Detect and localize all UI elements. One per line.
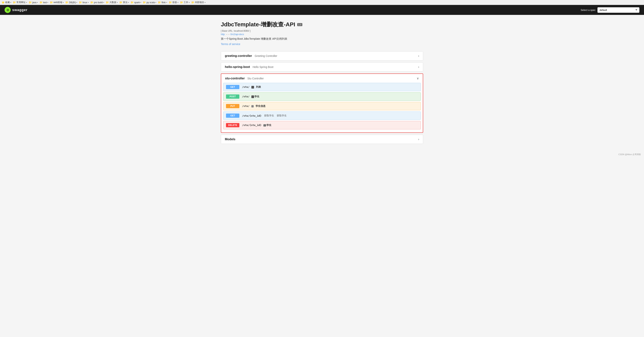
endpoint-path: /stu/ 学生 [242, 95, 260, 98]
bookmark-spark[interactable]: 📁 spark ▾ [130, 1, 141, 4]
bookmark-linux[interactable]: 📁 linux ▾ [79, 1, 89, 4]
method-badge-post: POST [226, 94, 239, 99]
controller-section-greeting: greeting-controller Greeting Controller … [221, 51, 423, 60]
folder-icon: 📁 [13, 1, 16, 4]
chevron-icon: ▾ [204, 2, 206, 4]
bookmark-container[interactable]: 📁 容器 ▾ [169, 1, 178, 4]
footer-text: CSDN @Alton-左弯博客 [618, 153, 641, 156]
chevron-icon: ▾ [88, 2, 89, 4]
bookmark-favorites[interactable]: ⭐ 收藏 ▾ [2, 1, 11, 4]
folder-icon: 📁 [158, 1, 161, 4]
api-link-docs[interactable]: 0/v2/api-docs [230, 33, 244, 36]
bookmark-label: linux [82, 1, 87, 4]
endpoint-path: /stu/{stu_id} [242, 114, 262, 117]
bookmark-label: pro build [94, 1, 103, 4]
chevron-icon: ▾ [47, 2, 48, 4]
folder-icon: 📁 [130, 1, 134, 4]
bookmark-web[interactable]: 📁 web前端 ▾ [50, 1, 64, 4]
chevron-icon: ▾ [63, 2, 64, 4]
bookmark-label: flink [162, 1, 166, 4]
chevron-icon: ▾ [76, 2, 77, 4]
chevron-right-icon: › [418, 65, 419, 69]
chevron-down-icon: ∨ [417, 76, 419, 80]
bookmark-internal[interactable]: 📁 内部项目 ▾ [191, 1, 206, 4]
bookmark-test[interactable]: 📁 test ▾ [40, 1, 48, 4]
bookmark-common[interactable]: 📁 常用网址 ▾ [13, 1, 27, 4]
endpoint-summary: 获取学生 [264, 114, 274, 117]
controller-header-greeting[interactable]: greeting-controller Greeting Controller … [221, 52, 423, 60]
bookmark-work[interactable]: 📁 工作 ▾ [180, 1, 190, 4]
endpoint-path: /stu/ 学生信息 [242, 104, 266, 108]
bookmark-flink[interactable]: 📁 flink ▾ [158, 1, 167, 4]
swagger-logo-icon: ⊙ [4, 7, 11, 13]
chevron-icon: ▾ [128, 2, 129, 4]
spec-select[interactable]: default [598, 7, 640, 13]
bookmark-pyscala[interactable]: 📁 py scala ▾ [143, 1, 156, 4]
controller-name-stu: stu-controller [225, 77, 245, 80]
endpoints-list: GET /stu/ 列表 POST /stu/ 学生 PUT /stu/ 学生信… [221, 83, 423, 132]
bookmarks-bar: ⭐ 收藏 ▾ 📁 常用网址 ▾ 📁 java ▾ 📁 test ▾ 📁 web前… [0, 0, 644, 5]
chevron-right-icon: › [418, 138, 419, 141]
bookmark-label: 收藏 [5, 1, 10, 4]
bookmark-label: spark [134, 1, 140, 4]
folder-icon: 📁 [65, 1, 68, 4]
controller-desc-stu: Stu Controller [247, 77, 264, 80]
chevron-icon: ▾ [178, 2, 178, 4]
folder-icon: 📁 [40, 1, 42, 4]
api-title-block: JdbcTemplate-增删改查-API 1.0 [ Base URL: lo… [221, 20, 423, 46]
swagger-header: ⊙ swagger Select a spec default [0, 5, 644, 15]
bookmark-label: 内部项目 [195, 1, 204, 4]
endpoint-path: /stu/{stu_id} 学生 [242, 124, 272, 127]
chevron-icon: ▾ [103, 2, 104, 4]
endpoint-row-put-stu[interactable]: PUT /stu/ 学生信息 [223, 102, 421, 110]
swagger-logo: ⊙ swagger [4, 7, 28, 13]
controller-desc-hello: Hello Spring Boot [252, 66, 273, 68]
bookmark-label: 算法 [123, 1, 128, 4]
bookmark-label: 容器 [172, 1, 177, 4]
bookmark-bigdata[interactable]: 📁 大数据 ▾ [106, 1, 118, 4]
bookmark-db[interactable]: 📁 DB(BI) ▾ [65, 1, 77, 4]
endpoint-row-post-stu[interactable]: POST /stu/ 学生 [223, 92, 421, 101]
endpoint-row-delete-stu[interactable]: DELETE /stu/{stu_id} 学生 [223, 121, 421, 130]
chevron-icon: ▾ [140, 2, 141, 4]
models-header[interactable]: Models › [221, 135, 423, 144]
bookmark-label: java [32, 1, 36, 4]
select-spec-area: Select a spec default [581, 7, 640, 13]
controller-header-stu[interactable]: stu-controller Stu Controller ∨ [221, 74, 423, 83]
folder-icon: 📁 [119, 1, 122, 4]
star-icon: ⭐ [2, 1, 4, 4]
bookmark-label: 大数据 [109, 1, 116, 4]
controller-header-hello[interactable]: hello-spring-boot Hello Spring Boot › [221, 62, 423, 71]
bookmark-label: 常用网址 [16, 1, 26, 4]
api-link-http[interactable]: http: [221, 33, 225, 36]
folder-icon: 📁 [50, 1, 53, 4]
api-links: http: ▪ ▪ 0/v2/api-docs [221, 33, 423, 36]
chevron-icon: ▾ [37, 2, 38, 4]
bookmark-algo[interactable]: 📁 算法 ▾ [119, 1, 129, 4]
api-description: 第一个Spring Boot JdbcTemplate 增删改查 API文档列表 [221, 37, 423, 41]
controller-section-hello: hello-spring-boot Hello Spring Boot › [221, 62, 423, 72]
folder-icon: 📁 [180, 1, 183, 4]
chevron-icon: ▾ [189, 2, 190, 4]
folder-icon: 📁 [79, 1, 82, 4]
controller-section-stu: stu-controller Stu Controller ∨ GET /stu… [221, 74, 423, 133]
bookmark-label: test [43, 1, 47, 4]
chevron-right-icon: › [418, 54, 419, 58]
bookmark-label: py scala [146, 1, 155, 4]
terms-of-service-link[interactable]: Terms of service [221, 42, 240, 46]
controller-name-hello: hello-spring-boot [225, 65, 250, 68]
bookmark-pro[interactable]: 📁 pro build ▾ [90, 1, 104, 4]
bookmark-java[interactable]: 📁 java ▾ [29, 1, 38, 4]
chevron-icon: ▾ [117, 2, 118, 4]
chevron-icon: ▾ [166, 2, 167, 4]
method-badge-get: GET [226, 85, 239, 89]
folder-icon: 📁 [143, 1, 146, 4]
endpoint-path: /stu/ 列表 [242, 85, 261, 89]
chevron-icon: ▾ [155, 2, 156, 4]
method-badge-get: GET [226, 114, 239, 118]
folder-icon: 📁 [191, 1, 194, 4]
endpoint-summary-text: 获取学生 [277, 114, 287, 117]
endpoint-row-get-list[interactable]: GET /stu/ 列表 [223, 83, 421, 91]
api-title: JdbcTemplate-增删改查-API 1.0 [221, 20, 423, 28]
endpoint-row-get-by-id[interactable]: GET /stu/{stu_id} 获取学生 获取学生 [223, 112, 421, 120]
